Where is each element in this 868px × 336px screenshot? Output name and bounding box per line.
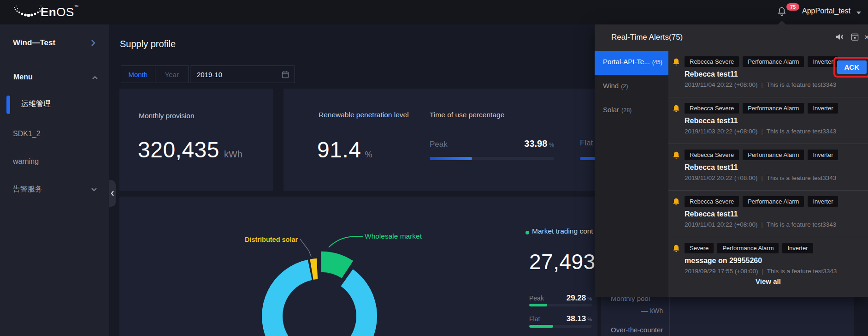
sidebar-item-label: SDK1_2 — [13, 130, 41, 138]
sidebar-item-operation-mgmt[interactable]: 运维管理 — [0, 95, 109, 114]
alerts-tab-column: Portal-API-Te...(45) Wind(2) Solar(28) — [595, 51, 668, 297]
calendar-settings-icon[interactable] — [851, 33, 859, 41]
monthly-provision-value: 320,435kWh — [138, 137, 242, 162]
chevron-right-icon — [90, 39, 96, 47]
month-toggle-button[interactable]: Month — [121, 66, 155, 83]
realtime-alerts-panel: Real-Time Alerts(75) ✕ Portal-API-Te...(… — [595, 24, 868, 297]
market-trading-legend-dot — [526, 231, 529, 234]
time-of-use-label: Time of use percentage — [430, 111, 504, 119]
market-peak-bar — [529, 304, 592, 306]
sidebar-item-warning[interactable]: warning — [0, 153, 109, 172]
alert-tag: Inverter — [808, 196, 838, 207]
market-trading-label: Market trading cont — [532, 227, 593, 235]
tab-wind[interactable]: Wind(2) — [595, 75, 668, 99]
user-menu-caret-icon — [856, 12, 861, 14]
page-title: Supply profile — [120, 39, 176, 49]
alert-title: Rebecca test11 — [685, 163, 861, 172]
alert-item[interactable]: Severe Performance Alarm Inverter messag… — [668, 237, 868, 284]
wholesale-market-leader-line — [329, 236, 363, 247]
alert-bell-icon — [671, 150, 681, 161]
alert-item[interactable]: Rebecca Severe Performance Alarm Inverte… — [668, 144, 868, 191]
alert-bell-icon — [671, 244, 681, 254]
year-toggle-button[interactable]: Year — [155, 66, 189, 83]
mute-speaker-icon[interactable] — [835, 33, 844, 41]
date-picker[interactable]: 2019-10 — [190, 66, 295, 83]
wholesale-market-label: Wholesale market — [365, 232, 422, 240]
alert-meta: 2019/11/03 20:22 (+08:00)|This is a feat… — [685, 128, 861, 135]
view-all-link[interactable]: View all — [668, 277, 868, 285]
chevron-up-icon[interactable] — [92, 76, 98, 80]
alert-meta: 2019/09/29 17:55 (+08:00)|This is a feat… — [685, 268, 861, 275]
user-menu[interactable]: AppPortal_test — [802, 7, 850, 15]
ack-annotation-highlight: ACK — [833, 57, 868, 78]
market-trading-value: 27,493 — [529, 249, 596, 274]
alert-list: Rebecca Severe Performance Alarm Inverte… — [668, 51, 868, 284]
distributed-solar-label: Distributed solar — [245, 236, 298, 243]
alert-tag: Rebecca Severe — [685, 196, 739, 207]
alerts-panel-title: Real-Time Alerts(75) — [611, 33, 683, 42]
sidebar-item-alarm-service[interactable]: 告警服务 — [0, 180, 109, 199]
alert-tag: Rebecca Severe — [685, 150, 739, 160]
donut-segment[interactable] — [262, 260, 377, 336]
market-flat-bar — [529, 325, 592, 328]
chevron-left-icon — [111, 191, 114, 196]
alert-meta: 2019/11/04 20:22 (+08:00)|This is a feat… — [685, 81, 861, 88]
sidebar-app-header[interactable]: Wind—Test — [0, 24, 109, 62]
alert-title: message on 29955260 — [685, 257, 861, 265]
alert-tag: Rebecca Severe — [685, 56, 739, 67]
alert-bell-icon — [671, 57, 681, 67]
peak-row: Peak 33.98% — [430, 138, 554, 149]
sidebar-item-label: 运维管理 — [21, 99, 51, 109]
monthly-pool-value: — kWh — [641, 306, 663, 314]
alert-tag: Performance Alarm — [743, 56, 804, 67]
alert-tag: Inverter — [808, 150, 838, 160]
tab-solar[interactable]: Solar(28) — [595, 99, 668, 123]
sidebar-item-label: warning — [13, 157, 39, 166]
sidebar: Wind—Test Menu 运维管理 SDK1_2 warning 告警服务 — [0, 24, 109, 336]
alert-tag: Inverter — [782, 243, 813, 253]
tab-portal-api[interactable]: Portal-API-Te...(45) — [595, 51, 668, 75]
market-peak-row: Peak 29.28% — [529, 294, 592, 303]
app-window: EnOS™ 75 AppPortal_test Wind—Test Menu 运… — [0, 0, 868, 336]
alert-item[interactable]: Rebecca Severe Performance Alarm Inverte… — [668, 51, 868, 97]
period-toggle: Month Year — [121, 66, 189, 83]
sidebar-collapse-handle[interactable] — [109, 180, 116, 207]
alert-meta: 2019/11/02 20:22 (+08:00)|This is a feat… — [685, 174, 861, 181]
sidebar-app-title: Wind—Test — [13, 38, 55, 48]
notification-bell-icon[interactable] — [776, 6, 787, 18]
active-indicator-bar — [6, 96, 10, 114]
alert-item[interactable]: Rebecca Severe Performance Alarm Inverte… — [668, 191, 868, 237]
alert-tag: Rebecca Severe — [685, 103, 739, 114]
alert-meta: 2019/11/01 20:22 (+08:00)|This is a feat… — [685, 221, 861, 228]
supply-structure-donut-chart — [161, 197, 484, 336]
sidebar-section-menu[interactable]: Menu — [13, 73, 33, 81]
ack-button[interactable]: ACK — [837, 60, 867, 74]
over-the-counter-label: Over-the-counter — [611, 326, 663, 334]
alert-item[interactable]: Rebecca Severe Performance Alarm Inverte… — [668, 97, 868, 144]
sidebar-item-label: 告警服务 — [13, 185, 42, 194]
alert-tag: Performance Alarm — [717, 243, 779, 253]
alert-title: Rebecca test11 — [685, 117, 861, 125]
calendar-icon — [282, 71, 289, 78]
panel-notch — [778, 21, 786, 24]
alert-tag: Severe — [685, 243, 714, 253]
alert-tag: Performance Alarm — [743, 150, 804, 160]
kwh-unit: kWh — [224, 149, 242, 159]
renewable-label: Renewable penetration level — [319, 111, 409, 119]
chevron-down-icon — [91, 187, 97, 192]
notification-count-badge: 75 — [786, 3, 799, 11]
renewable-value: 91.4% — [317, 137, 372, 162]
alert-title: Rebecca test11 — [685, 210, 861, 218]
brand-logo-text: EnOS™ — [41, 5, 79, 19]
monthly-provision-label: Monthly provision — [139, 112, 195, 120]
date-picker-value: 2019-10 — [197, 71, 222, 78]
alert-bell-icon — [671, 197, 681, 207]
alert-tag: Inverter — [808, 103, 838, 114]
sidebar-item-sdk1-2[interactable]: SDK1_2 — [0, 126, 109, 144]
close-icon[interactable]: ✕ — [864, 33, 868, 42]
market-flat-row: Flat 38.13% — [529, 314, 592, 324]
top-bar: EnOS™ 75 AppPortal_test — [0, 0, 868, 24]
donut-segment[interactable] — [321, 252, 353, 278]
alert-tag: Performance Alarm — [743, 103, 804, 114]
alert-bell-icon — [671, 104, 681, 114]
